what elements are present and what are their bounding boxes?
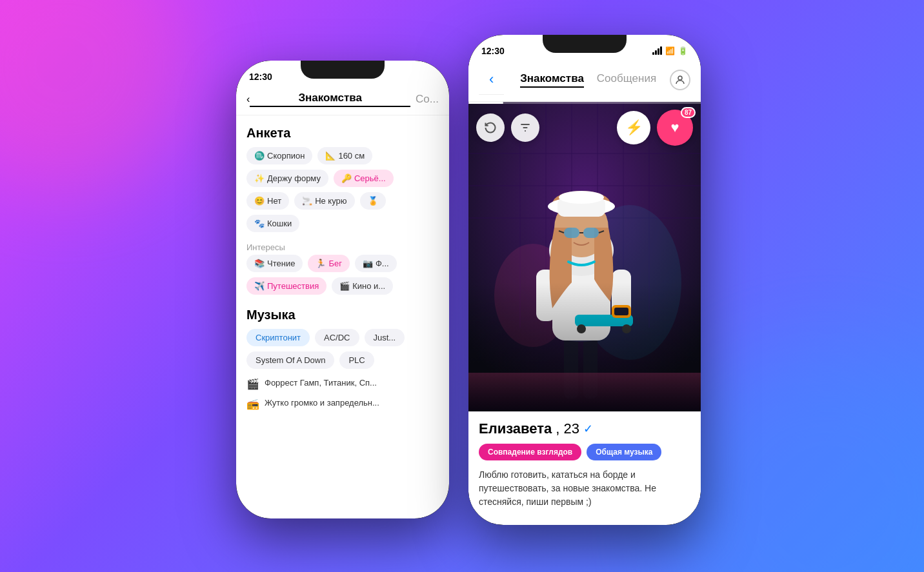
svg-rect-32 <box>564 228 579 238</box>
tag-travel[interactable]: ✈️ Путешествия <box>246 277 326 295</box>
nav-center: Знакомства Сообщения <box>507 72 670 88</box>
tag-photo[interactable]: 📷 Ф... <box>355 255 397 272</box>
tag-reading[interactable]: 📚 Чтение <box>246 255 303 272</box>
movies-text: Форрест Гамп, Титаник, Сп... <box>265 378 377 388</box>
tab-soobscheniya[interactable]: Сообщения <box>597 72 656 88</box>
filter-button[interactable] <box>511 113 539 142</box>
interests-label: Интересы <box>236 237 449 255</box>
tab-znakomstva[interactable]: Знакомства <box>520 72 584 88</box>
heart-count-badge: 87 <box>681 107 696 118</box>
tag-cats[interactable]: 🐾 Кошки <box>246 215 299 232</box>
anketa-title: Анкета <box>236 115 449 147</box>
movies-icon: 🎬 <box>246 378 259 390</box>
match-tag-music[interactable]: Общая музыка <box>587 444 661 460</box>
tags-row-1: ♏ Скорпион 📐 160 см <box>236 147 449 170</box>
list-item-movies: 🎬 Форрест Гамп, Титаник, Сп... <box>236 374 449 394</box>
music-tag-plc[interactable]: PLC <box>339 351 374 369</box>
card-actions-top: ⚡ ♥ 87 <box>476 110 693 146</box>
back-nav-bar: ‹ Знакомства Со... <box>236 86 449 115</box>
tag-no[interactable]: 😊 Нет <box>246 192 289 210</box>
phones-container: 12:30 ‹ Знакомства Со... Анкета ♏ Скорпи… <box>172 22 752 551</box>
books-text: Жутко громко и запредельн... <box>265 398 379 408</box>
interests-row-2: ✈️ Путешествия 🎬 Кино и... <box>236 277 449 300</box>
tag-height[interactable]: 📐 160 см <box>317 147 372 164</box>
progress-bar <box>468 102 701 104</box>
card-info: Елизавета , 23 ✓ Совпадение взглядов Общ… <box>468 411 701 509</box>
tag-scorpio[interactable]: ♏ Скорпион <box>246 147 312 164</box>
progress-fill <box>468 102 503 104</box>
interests-row-1: 📚 Чтение 🏃 Бег 📷 Ф... <box>236 255 449 277</box>
notch-back <box>301 61 385 79</box>
nav-title-back: Знакомства <box>250 92 410 107</box>
wifi-icon: 📶 <box>665 46 675 55</box>
svg-rect-33 <box>583 228 599 238</box>
tags-row-4: 🐾 Кошки <box>236 215 449 237</box>
front-phone-screen: 12:30 📶 🔋 ‹ Знакомства Сообщения <box>468 35 701 525</box>
tags-row-3: 😊 Нет 🚬 Не курю 🏅 <box>236 192 449 215</box>
match-tags: Совпадение взглядов Общая музыка <box>479 444 690 460</box>
music-tag-soad[interactable]: System Of A Down <box>246 351 334 369</box>
card-image: ⚡ ♥ 87 <box>468 102 701 411</box>
svg-point-31 <box>559 191 604 204</box>
svg-point-0 <box>678 76 682 80</box>
battery-icon: 🔋 <box>678 46 688 55</box>
tag-nosmoking[interactable]: 🚬 Не курю <box>294 192 354 210</box>
match-tag-views[interactable]: Совпадение взглядов <box>479 444 581 460</box>
heart-icon: ♥ <box>670 119 679 136</box>
phone-front: 12:30 📶 🔋 ‹ Знакомства Сообщения <box>468 35 701 525</box>
nav-secondary-back: Со... <box>416 93 439 106</box>
tag-running[interactable]: 🏃 Бег <box>308 255 350 272</box>
notch-front <box>543 35 627 53</box>
tag-cinema[interactable]: 🎬 Кино и... <box>332 277 393 295</box>
card-name: Елизавета <box>479 420 552 437</box>
rewind-button[interactable] <box>476 113 505 142</box>
heart-button[interactable]: ♥ 87 <box>657 110 693 146</box>
tags-row-2: ✨ Держу форму 🔑 Серьё... <box>236 170 449 192</box>
front-nav-bar: ‹ Знакомства Сообщения <box>468 61 701 102</box>
lightning-icon: ⚡ <box>625 119 643 136</box>
lightning-button[interactable]: ⚡ <box>617 111 650 144</box>
phone-back: 12:30 ‹ Знакомства Со... Анкета ♏ Скорпи… <box>236 61 449 518</box>
time-back: 12:30 <box>249 72 272 82</box>
list-item-books: 📻 Жутко громко и запредельн... <box>236 394 449 414</box>
tag-serious[interactable]: 🔑 Серьё... <box>334 170 394 187</box>
card-age: , 23 <box>556 420 579 437</box>
music-tags: Скриптонит AC/DC Just... <box>236 329 449 351</box>
tag-fit[interactable]: ✨ Держу форму <box>246 170 328 187</box>
music-tag-acdc[interactable]: AC/DC <box>315 329 359 346</box>
music-tags-2: System Of A Down PLC <box>236 351 449 374</box>
music-tag-scriptonite[interactable]: Скриптонит <box>246 329 310 346</box>
signal-icon <box>652 46 662 55</box>
card-name-row: Елизавета , 23 ✓ <box>479 420 690 437</box>
status-icons: 📶 🔋 <box>652 46 688 55</box>
time-front: 12:30 <box>481 46 505 56</box>
back-phone-screen: 12:30 ‹ Знакомства Со... Анкета ♏ Скорпи… <box>236 61 449 518</box>
music-tag-just[interactable]: Just... <box>365 329 405 346</box>
back-button-front[interactable]: ‹ <box>479 66 504 95</box>
card-image-overlay <box>468 282 701 411</box>
music-title: Музыка <box>236 300 449 329</box>
card-description: Люблю готовить, кататься на борде и путе… <box>479 468 690 509</box>
books-icon: 📻 <box>246 398 259 410</box>
profile-avatar-btn[interactable] <box>670 70 690 90</box>
verified-icon: ✓ <box>583 422 593 436</box>
tag-extra[interactable]: 🏅 <box>360 192 386 210</box>
